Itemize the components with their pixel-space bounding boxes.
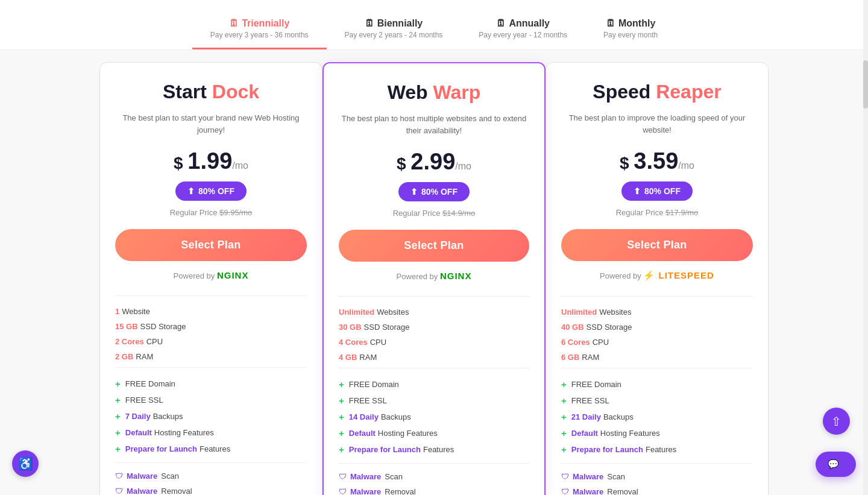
powered-by-speed-reaper: Powered by ⚡ LITESPEED: [561, 270, 753, 281]
feature-highlight: 15 GB: [115, 322, 138, 331]
price-period: /mo: [678, 160, 694, 171]
plus-icon: +: [339, 444, 344, 455]
feature-item: 40 GB SSD Storage: [561, 323, 753, 332]
feature-rest: Websites: [599, 307, 631, 317]
feature-item: 1 Website: [115, 307, 307, 316]
feature-rest: SSD Storage: [364, 323, 410, 332]
discount-icon: ⬆: [410, 187, 418, 197]
extra-highlight: Prepare for Launch: [125, 444, 197, 453]
feature-highlight: 2 Cores: [115, 337, 144, 346]
discount-text: 80% OFF: [421, 187, 458, 197]
feature-item: Unlimited Websites: [339, 307, 529, 317]
tab-sub-biennially: Pay every 2 years - 24 months: [345, 31, 443, 39]
select-plan-button-start-dock[interactable]: Select Plan: [115, 229, 307, 261]
plus-icon: +: [115, 411, 121, 421]
plan-title-web-warp: Web Warp: [339, 81, 529, 104]
security-highlight: Malware: [573, 487, 603, 495]
extra-item: + 7 Daily Backups: [115, 411, 307, 421]
chat-icon: 💬: [828, 459, 839, 470]
extra-text: FREE Domain: [571, 380, 621, 389]
security-rest: Scan: [607, 472, 625, 481]
plus-icon: +: [339, 428, 344, 438]
tab-icon-triennially: 🗓: [229, 18, 239, 29]
plan-card-speed-reaper: Speed Reaper The best plan to improve th…: [546, 62, 769, 495]
billing-tab-biennially[interactable]: 🗓 Biennially Pay every 2 years - 24 mont…: [327, 12, 461, 49]
feature-item: Unlimited Websites: [561, 307, 753, 317]
plan-description-speed-reaper: The best plan to improve the loading spe…: [561, 112, 753, 136]
select-plan-button-web-warp[interactable]: Select Plan: [339, 230, 529, 262]
regular-price-start-dock: Regular Price $9.95/mo: [115, 208, 307, 217]
plus-icon: +: [115, 427, 121, 438]
extra-highlight: Prepare for Launch: [349, 445, 421, 454]
feature-highlight: Unlimited: [339, 307, 374, 317]
plans-container: Start Dock The best plan to start your b…: [0, 50, 868, 495]
chat-button[interactable]: 💬: [816, 452, 856, 477]
security-item: 🛡 Malware Scan: [561, 472, 753, 481]
plan-title-first: Start: [163, 81, 212, 102]
billing-tab-annually[interactable]: 🗓 Annually Pay every year - 12 months: [461, 12, 585, 49]
security-highlight: Malware: [350, 487, 381, 495]
extras-divider: [561, 368, 753, 368]
plan-title-first: Web: [388, 81, 433, 103]
feature-item: 6 GB RAM: [561, 353, 753, 362]
feature-rest: SSD Storage: [140, 322, 186, 331]
scroll-top-button[interactable]: ⇧: [823, 408, 850, 435]
security-rest: Removal: [607, 487, 638, 495]
security-rest: Removal: [385, 487, 415, 495]
extra-rest: Features: [200, 444, 230, 453]
extra-rest: Hosting Features: [378, 429, 438, 438]
extra-rest: Hosting Features: [154, 428, 214, 437]
security-rest: Scan: [385, 472, 403, 481]
extra-highlight: Default: [125, 428, 152, 437]
feature-item: 2 Cores CPU: [115, 337, 307, 346]
feature-highlight: 6 Cores: [561, 338, 590, 347]
plus-icon: +: [561, 412, 567, 422]
security-item: 🛡 Malware Removal: [561, 487, 753, 495]
extra-text: FREE Domain: [349, 380, 399, 389]
discount-icon: ⬆: [634, 186, 641, 196]
select-plan-button-speed-reaper[interactable]: Select Plan: [561, 229, 753, 261]
tab-icon-monthly: 🗓: [606, 18, 615, 29]
billing-tab-monthly[interactable]: 🗓 Monthly Pay every month: [585, 12, 676, 49]
feature-highlight: 1: [115, 307, 119, 316]
price-currency: $: [174, 154, 187, 172]
extra-highlight: Prepare for Launch: [571, 445, 643, 454]
scrollbar-thumb[interactable]: [863, 60, 868, 109]
extra-highlight: Default: [349, 429, 376, 438]
extra-item: + 14 Daily Backups: [339, 412, 529, 422]
plan-price-web-warp: $ 2.99/mo: [339, 149, 529, 175]
security-divider: [339, 463, 529, 464]
security-divider: [561, 463, 753, 464]
accessibility-icon: ♿: [18, 456, 33, 471]
security-divider: [115, 462, 307, 463]
plan-title-first: Speed: [593, 81, 656, 102]
extra-item: + Default Hosting Features: [339, 428, 529, 438]
features-divider: [115, 295, 307, 296]
plan-card-start-dock: Start Dock The best plan to start your b…: [99, 62, 322, 495]
feature-rest: RAM: [582, 353, 599, 362]
price-period: /mo: [232, 160, 248, 171]
security-item: 🛡 Malware Removal: [339, 487, 529, 495]
extra-item: + FREE SSL: [115, 395, 307, 405]
billing-tabs: 🗓 Triennially Pay every 3 years - 36 mon…: [0, 0, 868, 50]
tab-sub-monthly: Pay every month: [603, 31, 658, 39]
extra-item: + 21 Daily Backups: [561, 412, 753, 422]
feature-highlight: 2 GB: [115, 352, 133, 361]
accessibility-button[interactable]: ♿: [12, 450, 39, 477]
security-rest: Removal: [161, 487, 192, 495]
price-period: /mo: [455, 161, 471, 171]
extra-item: + FREE Domain: [561, 379, 753, 389]
features-divider: [339, 296, 529, 297]
security-highlight: Malware: [350, 472, 381, 481]
tab-name-monthly: 🗓 Monthly: [606, 18, 655, 29]
tab-sub-triennially: Pay every 3 years - 36 months: [210, 31, 309, 39]
scrollbar[interactable]: [863, 0, 868, 495]
security-highlight: Malware: [127, 487, 157, 495]
plan-description-web-warp: The best plan to host multiple websites …: [339, 113, 529, 137]
extra-item: + Default Hosting Features: [115, 427, 307, 438]
plus-icon: +: [115, 395, 121, 405]
regular-price-web-warp: Regular Price $14.9/mo: [339, 209, 529, 218]
extra-rest: Hosting Features: [600, 429, 660, 438]
billing-tab-triennially[interactable]: 🗓 Triennially Pay every 3 years - 36 mon…: [192, 12, 327, 49]
extra-highlight: Default: [571, 429, 598, 438]
